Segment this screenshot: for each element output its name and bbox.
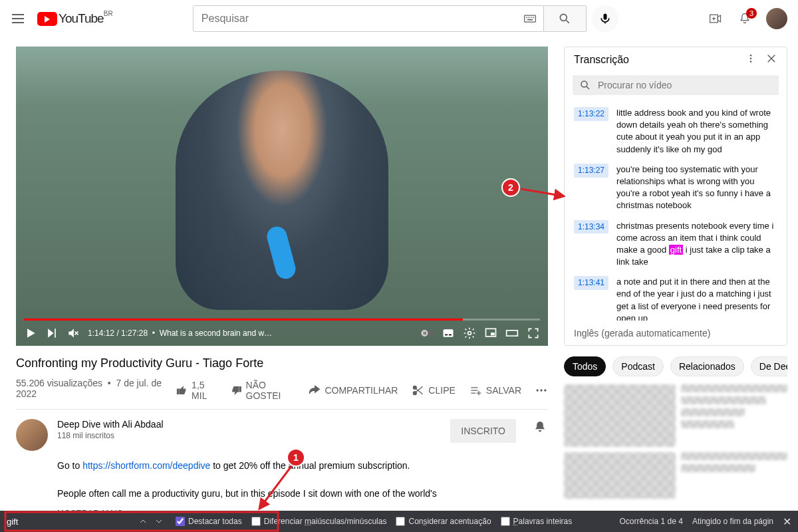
transcript-header: Transcrição xyxy=(565,47,787,72)
subtitles-icon[interactable] xyxy=(442,327,455,340)
transcript-text: you're being too systematic with your re… xyxy=(616,164,777,212)
transcript-menu-icon[interactable] xyxy=(745,53,756,66)
share-button[interactable]: COMPARTILHAR xyxy=(307,384,398,397)
transcript-text: little address book and you kind of wrot… xyxy=(616,107,777,156)
miniplayer-icon[interactable] xyxy=(484,327,497,340)
dislike-button[interactable]: NÃO GOSTEI xyxy=(231,380,295,401)
svg-rect-4 xyxy=(533,17,534,19)
player-controls: 1:14:12 / 1:27:28 • What is a second bra… xyxy=(16,321,548,346)
svg-rect-19 xyxy=(445,334,448,336)
search-icon xyxy=(579,79,591,91)
autoplay-toggle[interactable] xyxy=(420,327,434,340)
transcript-row[interactable]: 1:13:22little address book and you kind … xyxy=(565,103,787,160)
chip-all[interactable]: Todos xyxy=(564,356,606,376)
region-label: BR xyxy=(104,10,113,17)
channel-info: Deep Dive with Ali Abdaal 118 mil inscri… xyxy=(57,419,441,440)
chip-channel[interactable]: De Deep xyxy=(751,356,787,376)
search-box xyxy=(193,5,544,32)
description-link[interactable]: https://shortform.com/deepdive xyxy=(82,460,210,471)
find-next-icon[interactable] xyxy=(152,514,166,529)
like-button[interactable]: 1,5 MIL xyxy=(176,380,217,401)
transcript-row[interactable]: 1:13:41a note and put it in there and th… xyxy=(565,272,787,321)
svg-point-15 xyxy=(421,330,428,336)
fullscreen-icon[interactable] xyxy=(527,327,540,340)
secondary-column: Transcrição 1:13:22little address book a… xyxy=(564,47,787,511)
transcript-search-input[interactable] xyxy=(598,80,772,90)
voice-search-button[interactable] xyxy=(592,5,618,32)
svg-rect-8 xyxy=(603,14,606,20)
channel-name[interactable]: Deep Dive with Ali Abdaal xyxy=(57,419,441,430)
subscribe-button[interactable]: INSCRITO xyxy=(450,419,516,443)
timestamp[interactable]: 1:13:22 xyxy=(574,107,608,121)
svg-point-40 xyxy=(581,81,587,87)
svg-rect-24 xyxy=(507,331,518,336)
find-input[interactable] xyxy=(7,517,126,527)
svg-line-7 xyxy=(567,21,569,23)
time-display: 1:14:12 / 1:27:28 • What is a second bra… xyxy=(88,329,274,338)
transcript-title: Transcrição xyxy=(574,54,629,66)
svg-rect-16 xyxy=(424,332,424,334)
timestamp[interactable]: 1:13:34 xyxy=(574,220,608,234)
video-meta: 55.206 visualizações • 7 de jul. de 2022… xyxy=(16,376,548,410)
recommended-item[interactable] xyxy=(564,384,787,447)
svg-point-36 xyxy=(750,58,752,60)
next-icon[interactable] xyxy=(45,327,59,340)
chip-podcast[interactable]: Podcast xyxy=(612,356,664,376)
recommended-item[interactable] xyxy=(564,452,787,499)
theater-icon[interactable] xyxy=(505,327,519,340)
svg-rect-3 xyxy=(531,17,532,19)
youtube-logo[interactable]: YouTube BR xyxy=(37,11,104,26)
keyboard-icon[interactable] xyxy=(517,6,543,31)
find-prev-icon[interactable] xyxy=(136,514,150,529)
browser-find-bar: Destacar todas Diferenciar maiúsculas/mi… xyxy=(0,511,798,532)
mute-icon[interactable] xyxy=(66,327,80,340)
transcript-body[interactable]: 1:13:22little address book and you kind … xyxy=(565,100,787,321)
notifications-icon[interactable]: 3 xyxy=(737,11,753,27)
save-button[interactable]: SALVAR xyxy=(469,384,521,397)
search-button[interactable] xyxy=(544,5,587,32)
svg-point-33 xyxy=(540,389,542,391)
settings-icon[interactable] xyxy=(463,327,476,340)
clip-button[interactable]: CLIPE xyxy=(411,384,455,397)
timestamp[interactable]: 1:13:41 xyxy=(574,276,608,290)
svg-rect-17 xyxy=(425,332,426,334)
video-player[interactable]: 1:14:12 / 1:27:28 • What is a second bra… xyxy=(16,47,548,346)
search-input[interactable] xyxy=(194,6,517,31)
svg-rect-23 xyxy=(491,332,495,335)
match-diacritics-checkbox[interactable]: Considerar acentuação xyxy=(396,517,491,526)
transcript-panel: Transcrição 1:13:22little address book a… xyxy=(564,47,787,346)
bell-icon[interactable] xyxy=(532,419,548,435)
filter-chips: Todos Podcast Relacionados De Deep xyxy=(564,356,787,376)
svg-rect-0 xyxy=(524,15,535,22)
channel-avatar[interactable] xyxy=(16,419,48,451)
svg-line-41 xyxy=(587,86,589,89)
logo-text: YouTube xyxy=(59,11,104,26)
transcript-row[interactable]: 1:13:27you're being too systematic with … xyxy=(565,160,787,216)
video-description: Go to https://shortform.com/deepdive to … xyxy=(57,459,548,501)
find-close-icon[interactable]: ✕ xyxy=(783,515,791,528)
whole-words-checkbox[interactable]: Palavras inteiras xyxy=(501,517,573,526)
svg-rect-20 xyxy=(449,334,452,336)
transcript-language[interactable]: Inglês (gerada automaticamente) xyxy=(565,321,787,345)
close-icon[interactable] xyxy=(765,53,777,67)
user-avatar[interactable] xyxy=(766,8,787,29)
video-frame xyxy=(16,47,548,346)
svg-point-21 xyxy=(468,332,471,335)
more-actions-button[interactable] xyxy=(535,384,548,397)
video-stats: 55.206 visualizações • 7 de jul. de 2022 xyxy=(16,378,176,399)
svg-rect-5 xyxy=(527,19,533,21)
highlight-all-checkbox[interactable]: Destacar todas xyxy=(176,517,242,526)
match-case-checkbox[interactable]: Diferenciar maiúsculas/minúsculas xyxy=(251,517,387,526)
transcript-row[interactable]: 1:13:34christmas presents notebook every… xyxy=(565,216,787,273)
find-count: Ocorrência 1 de 4 xyxy=(620,517,683,526)
chip-related[interactable]: Relacionados xyxy=(670,356,744,376)
timestamp[interactable]: 1:13:27 xyxy=(574,164,608,178)
play-icon[interactable] xyxy=(24,327,37,340)
svg-point-37 xyxy=(750,61,752,63)
primary-column: 1:14:12 / 1:27:28 • What is a second bra… xyxy=(16,37,548,511)
video-actions: 1,5 MIL NÃO GOSTEI COMPARTILHAR CLIPE SA… xyxy=(176,376,548,401)
svg-rect-2 xyxy=(528,17,529,19)
create-icon[interactable] xyxy=(708,11,724,27)
menu-icon[interactable] xyxy=(11,11,27,27)
header-search xyxy=(193,5,618,32)
